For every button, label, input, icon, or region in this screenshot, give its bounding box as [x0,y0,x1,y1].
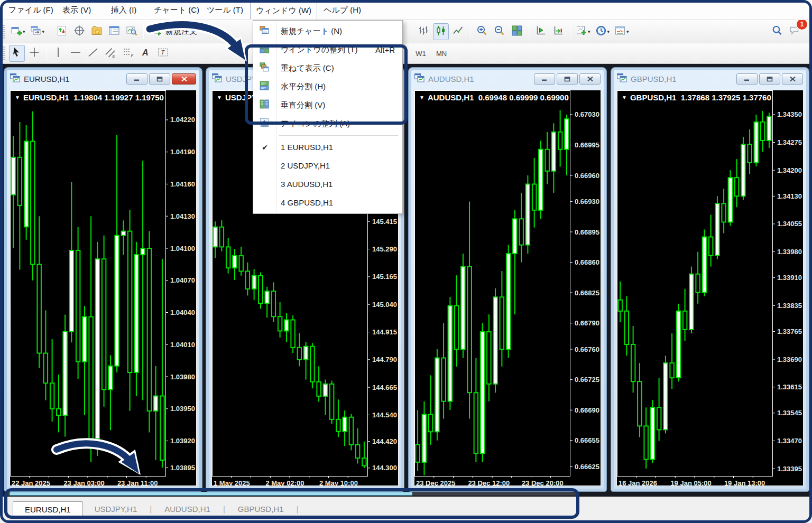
templates-button[interactable]: ▾ [613,23,631,40]
auto-scroll-button[interactable] [550,23,566,40]
toolbar-grip[interactable] [3,46,5,60]
menubar-item-help[interactable]: ヘルプ (H) [318,1,366,19]
menu-bar: ファイル (F) 表示 (V) 挿入 (I) チャート (C) ツール (T) … [0,0,812,20]
close-button[interactable] [172,73,196,85]
market-watch-button[interactable] [54,23,70,40]
periods-button[interactable]: ▾ [594,23,612,40]
trendline-button[interactable] [85,45,101,62]
menubar-item-tools[interactable]: ツール (T) [201,1,248,19]
new-chart-button[interactable]: ▾ [9,23,27,40]
menu-item-chart-4-gbpusd[interactable]: 4 GBPUSD,H1 [253,193,402,212]
svg-text:2 May 02:00: 2 May 02:00 [265,479,304,487]
svg-text:0.66790: 0.66790 [575,319,599,327]
strategy-tester-button[interactable] [124,23,140,40]
minimize-button[interactable] [736,73,758,85]
chart-canvas[interactable]: 1.042201.041901.041601.041301.041001.040… [10,90,201,490]
svg-text:1.04220: 1.04220 [170,116,195,124]
toolbar-standard: ▾ ▾ 新規注文 ▾ ▾ ▾ [0,20,812,43]
menu-item-chart-2-usdjpy[interactable]: 2 USDJPY,H1 [253,156,402,175]
close-button[interactable] [579,73,601,85]
toolbar-grip[interactable] [3,25,5,39]
mdi-workspace: EURUSD,H1▼EURUSD,H1 1.19804 1.19927 1.19… [0,64,812,497]
profiles-button[interactable]: ▾ [29,23,47,40]
chart-canvas[interactable]: 1.343501.342751.342001.341301.340551.339… [617,90,808,490]
svg-text:0.66760: 0.66760 [575,345,599,353]
menu-item-tile-windows[interactable]: ウインドウの整列 (T)Alt+R [253,41,402,59]
chart-canvas[interactable]: 0.670300.669950.669600.669300.668950.668… [414,90,606,490]
svg-text:1.03895: 1.03895 [170,464,195,472]
search-button[interactable] [769,23,785,40]
data-window-button[interactable] [71,23,87,40]
menubar-item-file[interactable]: ファイル (F) [3,1,59,19]
chart-window-audusd: AUDUSD,H1▼AUDUSD,H1 0.69948 0.69999 0.69… [409,68,606,491]
restore-button[interactable] [557,73,578,85]
line-chart-button[interactable] [450,23,466,40]
svg-text:145.040: 145.040 [372,301,397,309]
svg-text:1.33470: 1.33470 [777,437,802,445]
timeframe-w1-button[interactable]: W1 [411,46,430,61]
tab-separator: | [150,501,152,517]
close-button[interactable] [782,73,803,85]
window-titlebar[interactable]: AUDUSD,H1 [411,70,604,87]
navigator-button[interactable] [89,23,105,40]
terminal-button[interactable] [106,23,122,40]
restore-button[interactable] [759,73,780,85]
zoom-in-button[interactable] [474,23,490,40]
indicators-button[interactable]: ▾ [574,23,592,40]
svg-text:144.915: 144.915 [372,328,397,336]
chevron-down-icon: ▼ [217,95,222,100]
timeframe-mn-button[interactable]: MN [432,46,451,61]
templates-icon [614,25,626,39]
scrollbar-thumb[interactable] [10,492,412,496]
menu-item-chart-3-audusd[interactable]: 3 AUDUSD,H1 [253,175,402,193]
crosshair-tool-button[interactable] [26,45,42,62]
fibonacci-button[interactable]: F [120,45,136,62]
menubar-item-window[interactable]: ウィンドウ (W) [250,1,317,19]
bar-chart-button[interactable] [416,23,431,40]
menubar-item-insert[interactable]: 挿入 (I) [106,1,142,19]
tile-windows-button[interactable] [509,23,525,40]
chart-window-gbpusd: GBPUSD,H1▼GBPUSD,H1 1.37868 1.37925 1.37… [611,68,809,491]
svg-text:2 May 10:00: 2 May 10:00 [319,479,358,487]
svg-text:1.34200: 1.34200 [777,166,802,174]
minimize-button[interactable] [126,73,147,85]
text-tool-button[interactable]: A [137,45,153,62]
equidistant-channel-button[interactable]: E [103,45,118,62]
zoom-out-icon [494,25,505,39]
window-titlebar[interactable]: GBPUSD,H1 [614,70,806,87]
svg-text:1.04070: 1.04070 [170,276,195,284]
menu-item-new-chart[interactable]: 新規チャート (N) [253,22,402,41]
candlestick-button[interactable] [433,23,449,40]
menubar-item-view[interactable]: 表示 (V) [57,1,96,19]
minimize-button[interactable] [534,73,555,85]
menu-item-arrange-icons[interactable]: アイコンの整列 (A) [253,115,402,133]
new-order-button[interactable]: 新規注文 [147,23,201,40]
menu-item-cascade[interactable]: 重ねて表示 (C) [253,59,402,78]
menu-item-tile-horizontally[interactable]: 水平分割 (H) [253,78,402,96]
tab-usdjpy[interactable]: USDJPY,H1 [83,501,149,518]
tile-vertical-icon [260,99,270,112]
workspace-horizontal-scrollbar[interactable] [5,492,577,496]
equidistant-channel-icon: E [105,46,116,60]
notifications-button[interactable]: 1 [787,23,802,40]
restore-button[interactable] [149,73,170,85]
tab-eurusd[interactable]: EURUSD,H1 [13,501,83,518]
menubar-item-chart[interactable]: チャート (C) [149,1,205,19]
svg-text:16 Jan 2026: 16 Jan 2026 [619,479,657,487]
text-label-button[interactable]: T [155,45,171,62]
cursor-tool-button[interactable] [9,45,25,62]
vertical-line-icon [52,46,64,60]
vertical-line-button[interactable] [50,45,66,62]
window-titlebar[interactable]: EURUSD,H1 [7,70,199,87]
chart-area: ▼AUDUSD,H1 0.69948 0.69999 0.699000.6703… [414,90,601,486]
svg-text:1.33395: 1.33395 [777,465,802,473]
horizontal-line-button[interactable] [68,45,84,62]
tab-gbpusd[interactable]: GBPUSD,H1 [226,501,296,518]
tab-audusd[interactable]: AUDUSD,H1 [153,501,222,518]
menu-item-tile-vertically[interactable]: 垂直分割 (V) [253,96,402,115]
fibonacci-icon: F [122,46,134,60]
menu-item-chart-1-eurusd[interactable]: ✔1 EURUSD,H1 [253,138,402,156]
svg-text:19 Jan 13:00: 19 Jan 13:00 [724,479,765,487]
zoom-out-button[interactable] [492,23,508,40]
shift-chart-button[interactable] [533,23,549,40]
